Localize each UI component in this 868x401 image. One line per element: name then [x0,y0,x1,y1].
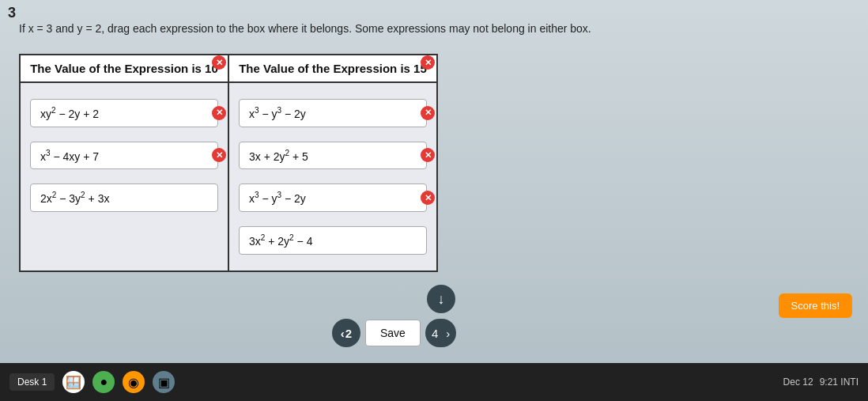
nav-next-num[interactable]: 4 [428,327,441,340]
col2-remove-btn[interactable]: ✕ [421,55,435,70]
scroll-down-btn[interactable]: ↓ [427,285,455,313]
desk-label[interactable]: Desk 1 [9,373,55,391]
col1-remove-btn[interactable]: ✕ [212,55,226,70]
instruction-text: If x = 3 and y = 2, drag each expression… [19,22,710,35]
score-button[interactable]: Score this! [779,293,852,318]
question-number: 3 [8,5,16,21]
taskbar-chrome-icon[interactable]: ● [92,371,115,393]
expr-item: 3x2 + 2y2 − 4 [239,221,427,259]
expr-item: xy2 − 2y + 2 ✕ [30,94,218,132]
expr-item: x3 − y3 − 2y ✕ [239,179,427,217]
prev-button[interactable]: ‹ 2 [332,319,360,347]
expr2-remove[interactable]: ✕ [212,148,226,162]
expr-box-6[interactable]: x3 − y3 − 2y [239,183,427,212]
expr-box-4[interactable]: x3 − y3 − 2y [239,99,427,127]
expr-box-7[interactable]: 3x2 + 2y2 − 4 [239,226,427,255]
save-button[interactable]: Save [365,320,421,346]
col1-cell: xy2 − 2y + 2 ✕ x3 − 4xy + 7 ✕ [20,82,228,271]
expression-table: The Value of the Expression is 10 ✕ The … [19,54,438,272]
expr-box-5[interactable]: 3x + 2y2 + 5 [239,142,427,170]
expr-box-2[interactable]: x3 − 4xy + 7 [30,142,218,170]
expr-item: 2x2 − 3y2 + 3x [30,179,218,217]
expr1-remove[interactable]: ✕ [212,106,226,120]
taskbar-time: 9:21 INTI [820,376,859,388]
expr4-remove[interactable]: ✕ [421,106,435,120]
expr-item: x3 − y3 − 2y ✕ [239,94,427,132]
taskbar-app2-icon[interactable]: ▣ [153,371,175,393]
taskbar: Desk 1 🪟 ● ◉ ▣ Dec 12 9:21 INTI [0,363,868,401]
col2-header: The Value of the Expression is 15 ✕ [228,55,437,82]
taskbar-window-icon[interactable]: 🪟 [62,371,85,393]
nav-next-arrow[interactable]: › [443,327,453,340]
expr-item: x3 − 4xy + 7 ✕ [30,137,218,175]
col2-cell: x3 − y3 − 2y ✕ 3x + 2y2 + 5 ✕ [228,82,437,271]
taskbar-app-icon[interactable]: ◉ [123,371,145,393]
col1-header: The Value of the Expression is 10 ✕ [20,55,228,82]
expr-item: 3x + 2y2 + 5 ✕ [239,137,427,175]
expr-box-3[interactable]: 2x2 − 3y2 + 3x [30,183,218,212]
expr-box-1[interactable]: xy2 − 2y + 2 [30,99,218,127]
taskbar-date: Dec 12 [783,376,813,388]
taskbar-right: Dec 12 9:21 INTI [783,376,859,388]
navigation-bar: ‹ 2 Save 4 › [332,319,456,347]
expr5-remove[interactable]: ✕ [421,148,435,162]
expr6-remove[interactable]: ✕ [421,191,435,205]
